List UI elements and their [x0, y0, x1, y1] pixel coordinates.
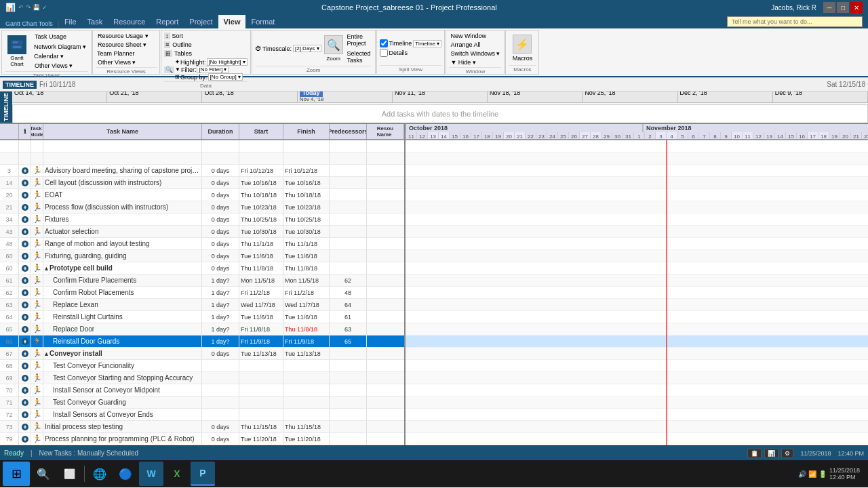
- group-by-dropdown[interactable]: [No Group] ▾: [208, 73, 243, 81]
- calendar-btn[interactable]: Calendar ▾: [32, 52, 88, 60]
- tab-report[interactable]: Report: [151, 15, 184, 28]
- ribbon: Gantt Chart Tools File Task Resource Rep…: [0, 15, 868, 78]
- timeline-area: TIMELINE Oct 14, '18 Oct 21, '18 Oct 28,…: [0, 92, 868, 124]
- arrange-all-btn[interactable]: Arrange All: [449, 41, 501, 49]
- zoom-in-btn[interactable]: 🔍: [324, 35, 343, 54]
- taskbar-ie[interactable]: 🌐: [87, 462, 112, 486]
- table-row[interactable]: 43 🏃 Actuator selection 0 days Tue 10/30…: [0, 226, 404, 238]
- tab-task[interactable]: Task: [82, 15, 108, 28]
- title-bar: 📊 ↶ ↷ 💾 ✓ Capstone Project_sabreese 01 -…: [0, 0, 868, 15]
- table-row[interactable]: 70 🏃 Install Sensor at Conveyor Midpoint: [0, 384, 404, 396]
- table-row[interactable]: 3 🏃 Advisory board meeting, sharing of c…: [0, 165, 404, 177]
- table-row[interactable]: 79 🏃 Process planning for programming (P…: [0, 433, 404, 445]
- outline-btn[interactable]: Outline: [171, 41, 193, 49]
- timeline-date-6: Nov 18, '18: [488, 92, 583, 102]
- table-row[interactable]: 14 🏃 Cell layout (discussion with instru…: [0, 177, 404, 189]
- user-name: Jacobs, Rick R: [771, 4, 816, 12]
- info-bar: TIMELINE Fri 10/11/18 Sat 12/15/18: [0, 78, 868, 92]
- status-bar: Ready | New Tasks : Manually Scheduled 📋…: [0, 445, 868, 460]
- minimize-btn[interactable]: ─: [823, 2, 835, 13]
- close-btn[interactable]: ✕: [850, 2, 863, 13]
- status-date: 11/25/2018: [800, 450, 831, 457]
- timeline-checkbox[interactable]: [380, 39, 388, 47]
- ribbon-window: New Window Arrange All Switch Windows ▾ …: [446, 30, 505, 75]
- status-time: 12:40 PM: [837, 450, 864, 457]
- gantt-body: [406, 140, 868, 445]
- macros-btn[interactable]: ⚡ Macros: [511, 33, 534, 63]
- resource-sheet-btn[interactable]: Resource Sheet ▾: [96, 41, 157, 49]
- selected-tasks-btn[interactable]: SelectedTasks: [346, 49, 372, 65]
- filter-label: Filter:: [181, 66, 197, 73]
- table-row[interactable]: 21 🏃 Process flow (discussion with instr…: [0, 201, 404, 214]
- gantt-chart-label: GanttChart: [10, 56, 24, 68]
- table-row[interactable]: 60 🏃 ▴ Prototype cell build 0 days Thu 1…: [0, 262, 404, 274]
- start-btn[interactable]: ⊞: [3, 462, 30, 486]
- entire-project-btn[interactable]: EntireProject: [346, 32, 372, 48]
- timeline-date-1: Oct 14, '18: [12, 92, 107, 102]
- taskbar-project-active[interactable]: P: [191, 462, 215, 486]
- tab-file[interactable]: File: [59, 15, 82, 28]
- table-row[interactable]: 64 🏃 Reinstall Light Curtains 1 day? Tue…: [0, 311, 404, 323]
- search-btn[interactable]: 🔍: [31, 462, 56, 486]
- table-row[interactable]: 20 🏃 EOAT 0 days Thu 10/18/18 Thu 10/18/…: [0, 189, 404, 201]
- timeline-today: Today Nov 4, '18: [298, 92, 393, 102]
- table-row[interactable]: 34 🏃 Fixtures 0 days Thu 10/25/18 Thu 10…: [0, 214, 404, 226]
- network-diagram-btn[interactable]: Network Diagram ▾: [32, 42, 88, 52]
- date-right: Sat 12/15/18: [827, 81, 865, 88]
- team-planner-btn[interactable]: Team Planner: [96, 49, 136, 58]
- tab-format[interactable]: Format: [245, 15, 280, 28]
- status-btn-1[interactable]: 📋: [747, 449, 762, 458]
- table-row[interactable]: 60 🏃 Fixturing, guarding, guiding 0 days…: [0, 250, 404, 262]
- taskbar-chrome[interactable]: 🔵: [113, 462, 138, 486]
- svg-rect-2: [13, 41, 18, 43]
- table-row[interactable]: 69 🏃 Test Conveyor Starting and Stopping…: [0, 372, 404, 384]
- filter-dropdown[interactable]: [No Filter] ▾: [197, 66, 229, 73]
- tell-me-input[interactable]: [727, 16, 863, 27]
- switch-windows-btn[interactable]: Switch Windows ▾: [449, 49, 501, 58]
- table-row[interactable]: 72 🏃 Install Sensors at Conveyor Ends: [0, 409, 404, 421]
- other-views-btn[interactable]: Other Views ▾: [32, 61, 88, 70]
- highlight-label: Highlight:: [180, 59, 206, 66]
- tab-project[interactable]: Project: [184, 15, 218, 28]
- hide-btn[interactable]: ▼ Hide ▾: [449, 58, 501, 66]
- table-row[interactable]: 66 🏃 Reinstall Door Guards 1 day? Fri 11…: [0, 336, 404, 348]
- timeline-date-3: Oct 28, '18: [202, 92, 297, 102]
- tables-btn[interactable]: Tables: [173, 49, 193, 58]
- other-views-r-btn[interactable]: Other Views ▾: [96, 58, 157, 66]
- table-row[interactable]: 71 🏃 Test Conveyor Guarding: [0, 396, 404, 409]
- taskbar-excel[interactable]: X: [165, 462, 189, 486]
- tab-view[interactable]: View: [218, 15, 246, 28]
- sort-btn[interactable]: Sort: [171, 32, 185, 40]
- new-window-btn[interactable]: New Window: [449, 32, 501, 40]
- table-row[interactable]: 73 🏃 Initial process step testing 0 days…: [0, 421, 404, 433]
- status-btn-3[interactable]: ⚙: [781, 449, 793, 458]
- ribbon-split-view: Timeline Timeline ▾ Details Split View: [376, 30, 446, 75]
- highlight-dropdown[interactable]: [No Highlight] ▾: [207, 58, 248, 66]
- col-mode: TaskMode: [31, 124, 43, 139]
- table-row[interactable]: 68 🏃 Test Conveyor Funcionality: [0, 360, 404, 372]
- details-btn[interactable]: Details: [380, 49, 442, 57]
- col-num: [0, 124, 19, 139]
- table-row[interactable]: 61 🏃 Confirm Fixture Placements 1 day? M…: [0, 274, 404, 287]
- tab-resource[interactable]: Resource: [108, 15, 151, 28]
- gantt-container: ℹ TaskMode Task Name Duration Start Fini…: [0, 124, 868, 445]
- col-taskname: Task Name: [43, 124, 202, 139]
- taskbar-word[interactable]: W: [139, 462, 163, 486]
- quick-access: ↶ ↷ 💾 ✓: [18, 4, 47, 11]
- col-finish: Finish: [283, 124, 330, 139]
- table-row[interactable]: 62 🏃 Confirm Robot Placements 1 day? Fri…: [0, 287, 404, 299]
- status-btn-2[interactable]: 📊: [764, 449, 778, 458]
- task-usage-btn[interactable]: Task Usage: [32, 32, 88, 41]
- table-row[interactable]: [0, 140, 404, 152]
- task-view-btn[interactable]: ⬜: [57, 462, 81, 486]
- gantt-chart-btn[interactable]: GanttChart: [5, 33, 29, 70]
- resource-usage-btn[interactable]: Resource Usage ▾: [96, 32, 157, 40]
- table-row[interactable]: 63 🏃 Replace Lexan 1 day? Wed 11/7/18 We…: [0, 299, 404, 311]
- table-row[interactable]: 65 🏃 Replace Door 1 day? Fri 11/8/18 Thu…: [0, 323, 404, 336]
- timeline-style-dropdown[interactable]: Timeline ▾: [413, 40, 441, 47]
- maximize-btn[interactable]: □: [837, 2, 849, 13]
- table-row[interactable]: [0, 152, 404, 165]
- table-row[interactable]: 48 🏃 Range of motion and layout testing …: [0, 238, 404, 250]
- table-row[interactable]: 67 🏃 ▴ Conveyor install 0 days Tue 11/13…: [0, 348, 404, 360]
- timescale-dropdown[interactable]: [2] Days ▾: [293, 45, 321, 52]
